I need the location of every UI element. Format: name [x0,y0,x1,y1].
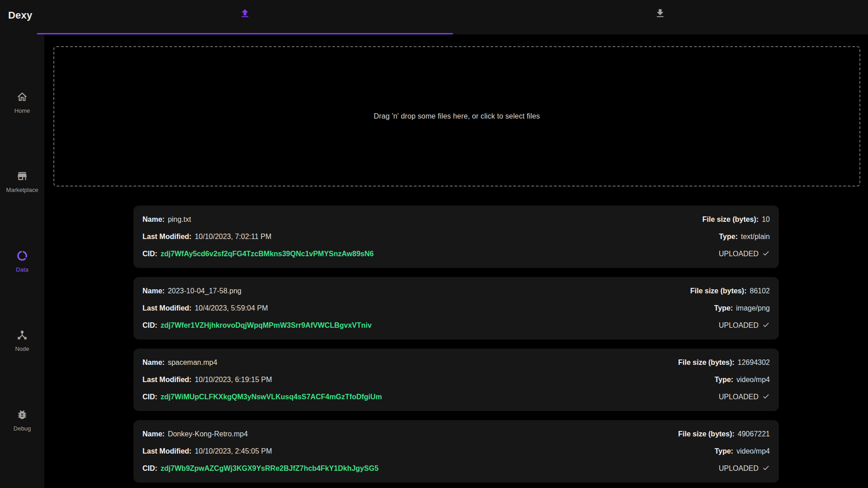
file-name-value: Donkey-Kong-Retro.mp4 [168,430,248,438]
dropzone-text: Drag 'n' drop some files here, or click … [374,112,540,120]
sidebar-item-marketplace[interactable]: Marketplace [0,170,44,193]
file-cid-label: CID: [142,464,157,473]
file-size-value: 49067221 [738,430,770,438]
file-size-label: File size (bytes): [690,287,746,295]
file-name-label: Name: [142,215,165,224]
file-cid-label: CID: [142,321,157,330]
file-type-label: Type: [715,447,733,455]
marketplace-icon [16,170,28,184]
status-badge: UPLOADED [678,388,770,406]
sidebar-item-data[interactable]: Data [0,250,44,273]
file-modified-value: 10/10/2023, 6:19:15 PM [194,376,272,384]
file-modified-label: Last Modified: [142,233,191,241]
file-type-value: text/plain [741,233,770,241]
file-modified-label: Last Modified: [142,376,191,384]
main-content: Drag 'n' drop some files here, or click … [44,34,868,488]
file-size-label: File size (bytes): [702,215,759,224]
check-icon [762,249,770,259]
file-modified-value: 10/10/2023, 7:02:11 PM [194,233,271,241]
status-text: UPLOADED [719,250,759,258]
status-badge: UPLOADED [702,245,770,263]
file-name-label: Name: [142,430,165,438]
top-bar: Dexy [0,0,868,34]
tab-upload[interactable] [37,0,453,34]
file-name-label: Name: [142,359,165,367]
file-cid-label: CID: [142,393,157,401]
check-icon [762,392,770,402]
tab-bar [37,0,868,34]
status-text: UPLOADED [719,393,759,401]
home-icon [16,91,28,105]
file-card: Name:spaceman.mp4 Last Modified:10/10/20… [133,349,779,411]
file-cid-value[interactable]: zdj7Wfer1VZHjhkrovoDqjWpqMPmW3Srr9AfVWCL… [161,321,372,330]
file-modified-label: Last Modified: [142,304,191,312]
file-modified-value: 10/10/2023, 2:45:05 PM [194,447,272,455]
download-icon [655,8,666,21]
sidebar-item-label: Debug [14,425,31,432]
file-name-value: ping.txt [168,215,191,224]
file-type-value: video/mp4 [736,447,770,455]
file-size-value: 10 [762,215,770,224]
status-text: UPLOADED [719,464,759,473]
sidebar-item-label: Data [16,266,28,273]
file-size-label: File size (bytes): [678,359,734,367]
file-cid-value[interactable]: zdj7WfAy5cd6v2sf2qFG4TzcBMkns39QNc1vPMYS… [161,250,374,258]
file-type-label: Type: [719,233,737,241]
file-modified-value: 10/4/2023, 5:59:04 PM [194,304,268,312]
sidebar: Home Marketplace Data Node Debug [0,34,44,488]
status-text: UPLOADED [719,321,759,330]
file-cid-value[interactable]: zdj7WiMUpCLFKXkgQM3yNswVLKusq4sS7ACF4mGz… [161,393,382,401]
file-name-value: 2023-10-04_17-58.png [168,287,242,295]
file-cid-value[interactable]: zdj7Wb9ZpwAZCgWj3KGX9YsRRe2BJfZ7hcb4FkY1… [161,464,379,473]
app-logo: Dexy [0,0,37,34]
file-card: Name:2023-10-04_17-58.png Last Modified:… [133,277,779,340]
upload-icon [239,8,251,21]
sidebar-item-label: Marketplace [6,187,38,193]
check-icon [762,321,770,330]
file-type-label: Type: [714,304,733,312]
file-list: Name:ping.txt Last Modified:10/10/2023, … [133,206,779,483]
status-badge: UPLOADED [690,317,770,334]
file-size-label: File size (bytes): [678,430,734,438]
file-size-value: 12694302 [738,359,770,367]
file-name-label: Name: [142,287,165,295]
file-name-value: spaceman.mp4 [168,359,217,367]
file-size-value: 86102 [750,287,770,295]
file-type-label: Type: [715,376,733,384]
file-type-value: image/png [736,304,770,312]
sidebar-item-home[interactable]: Home [0,91,44,114]
file-card: Name:ping.txt Last Modified:10/10/2023, … [133,206,779,268]
status-badge: UPLOADED [678,460,770,477]
file-modified-label: Last Modified: [142,447,191,455]
sidebar-item-debug[interactable]: Debug [0,409,44,432]
file-card: Name:Donkey-Kong-Retro.mp4 Last Modified… [133,420,779,483]
file-cid-label: CID: [142,250,157,258]
node-icon [16,329,28,343]
tab-download[interactable] [453,0,868,34]
sidebar-item-label: Home [14,107,30,114]
sidebar-item-node[interactable]: Node [0,329,44,352]
check-icon [762,464,770,474]
data-icon [16,250,28,263]
bug-icon [16,409,28,422]
file-type-value: video/mp4 [736,376,770,384]
sidebar-item-label: Node [15,345,29,352]
file-dropzone[interactable]: Drag 'n' drop some files here, or click … [53,46,860,187]
